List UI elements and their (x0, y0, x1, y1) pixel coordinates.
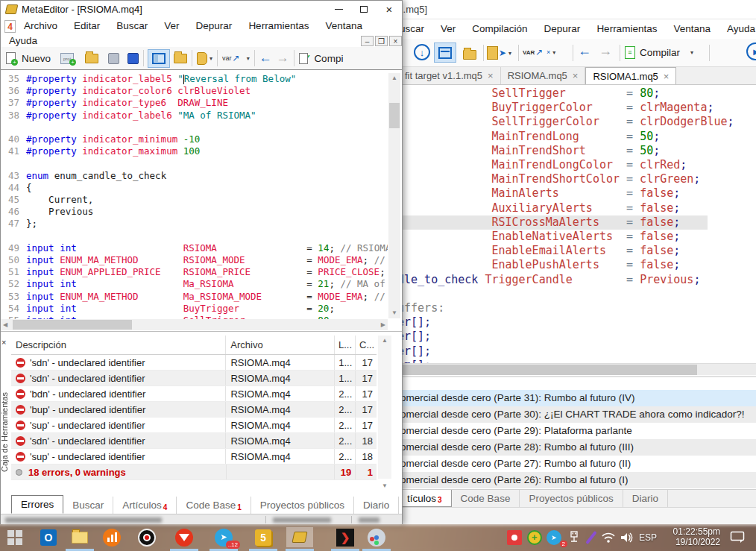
start-button[interactable] (4, 527, 25, 547)
taskbar-telegram[interactable]: ➤ ..12 (213, 527, 234, 547)
tab-proyectos-p-blicos[interactable]: Proyectos públicos (520, 490, 623, 507)
tray-red-app[interactable] (504, 527, 525, 547)
maximize-button[interactable] (351, 1, 377, 17)
forward-nav-button[interactable]: → (277, 49, 289, 67)
code-area[interactable]: 35#property indicator_label5 "Reversal f… (3, 73, 388, 319)
menu-item-ver[interactable]: Ver (156, 17, 187, 35)
scroll-up-icon[interactable]: ▲ (391, 75, 397, 81)
menu-item-ayuda[interactable]: Ayuda (719, 19, 756, 39)
tray-volume[interactable] (617, 527, 637, 547)
close-button[interactable]: × (377, 1, 402, 17)
article-row[interactable]: omercial desde cero (Parte 27): Rumbo al… (397, 456, 756, 472)
scroll-down-icon[interactable]: ▼ (382, 483, 388, 489)
column-archivo[interactable]: Archivo (226, 336, 335, 354)
metaeditor-window-front[interactable]: MetaEditor - [RSIOMA.mq4] × 4 ArchivoEdi… (0, 0, 403, 525)
tab-code-base[interactable]: Code Base (452, 490, 520, 507)
taskbar-metaeditor-active[interactable] (286, 527, 313, 547)
toggle-navigator-button[interactable] (434, 42, 456, 63)
mdi-restore-button[interactable]: ❐ (375, 36, 388, 46)
snippets-button[interactable]: ➤ ▾ (487, 44, 511, 62)
open-folder-button[interactable] (463, 45, 476, 63)
back-nav-button[interactable]: ← (578, 42, 591, 60)
error-row[interactable]: 'bdn' - undeclared identifierRSIOMA.mq42… (11, 386, 377, 402)
taskbar-app5[interactable]: 5 (253, 527, 274, 547)
file-tab-rsioma1-mq5[interactable]: RSIOMA1.mq5× (585, 67, 676, 84)
taskbar-stats-app[interactable] (101, 527, 122, 547)
debug-play-button[interactable]: ▶ (746, 42, 756, 60)
taskbar-brave[interactable] (174, 527, 195, 547)
front-title-bar[interactable]: MetaEditor - [RSIOMA.mq4] × (1, 1, 402, 17)
styler-button[interactable]: ▾ (197, 49, 212, 67)
toolbox-close-icon[interactable]: × (1, 338, 6, 347)
open-file-button[interactable] (85, 49, 98, 67)
taskbar-recorder[interactable] (136, 527, 157, 547)
tray-language[interactable]: ESP (635, 527, 661, 547)
error-row[interactable]: 'sdn' - undeclared identifierRSIOMA.mq42… (11, 433, 377, 449)
error-row[interactable]: 'sup' - undeclared identifierRSIOMA.mq42… (11, 418, 377, 433)
menu-item-buscar[interactable]: Buscar (108, 17, 156, 35)
scroll-up-icon[interactable]: ▲ (382, 338, 388, 344)
scroll-down-icon[interactable]: ▼ (391, 310, 397, 316)
file-tab-fit-target-v1-1-mq5[interactable]: fit target v1.1.mq5× (398, 67, 501, 84)
toggle-navigator-button[interactable] (148, 49, 170, 68)
tab-errores[interactable]: Errores (11, 495, 63, 514)
article-row[interactable]: omercial desde cero (Parte 29): Platafor… (397, 423, 756, 439)
errors-grid-header[interactable]: Descripción Archivo L... C... (11, 336, 377, 355)
menu-item-depurar[interactable]: Depurar (188, 17, 241, 35)
column-descripcion[interactable]: Descripción (11, 336, 226, 354)
goto-function-button[interactable]: ▾ (245, 49, 250, 67)
error-row[interactable]: 'sdn' - undeclared identifierRSIOMA.mq41… (11, 371, 377, 386)
menu-item-archivo[interactable]: Archivo (16, 17, 66, 35)
save-all-button[interactable] (127, 49, 139, 67)
error-row[interactable]: 'sup' - undeclared identifierRSIOMA.mq42… (11, 449, 377, 465)
back-code-editor[interactable]: SellTrigger = 80; BuyTriggerColor = clrM… (397, 86, 756, 363)
tab-diario[interactable]: Diario (354, 497, 399, 514)
menu-item-ventana[interactable]: Ventana (317, 17, 371, 35)
taskbar-paint[interactable] (366, 527, 387, 547)
menu-item-editar[interactable]: Editar (66, 17, 108, 35)
scroll-right-icon[interactable]: ▶ (381, 322, 385, 328)
new-project-button[interactable]: proj+ (60, 49, 74, 67)
error-summary-row[interactable]: 18 errors, 0 warnings 19 1 (11, 465, 377, 480)
tab-buscar[interactable]: Buscar (63, 497, 113, 514)
tab-proyectos-p-blicos[interactable]: Proyectos públicos (251, 497, 354, 514)
editor-vscrollbar[interactable]: ▲ ▼ (388, 73, 400, 318)
menu-item-ayuda[interactable]: Ayuda (1, 35, 45, 47)
file-tab-rsioma-mq5[interactable]: RSIOMA.mq5× (501, 67, 586, 84)
article-row[interactable]: omercial desde cero (Parte 30): ¿¡El CHA… (397, 406, 756, 423)
errors-vscrollbar[interactable]: ▲ ▼ (378, 336, 391, 479)
tab-art-culos[interactable]: Artículos4 (113, 497, 177, 514)
tab-code-base[interactable]: Code Base1 (177, 497, 251, 514)
tab-close-icon[interactable]: × (664, 71, 670, 82)
tray-wifi[interactable] (598, 527, 619, 547)
goto-function-button[interactable]: × ▾ (546, 43, 555, 61)
column-columna[interactable]: C... (356, 336, 377, 354)
menu-item-ventana[interactable]: Ventana (665, 19, 719, 39)
front-code-editor[interactable]: 35#property indicator_label5 "Reversal f… (1, 71, 402, 331)
project-folder-button[interactable] (174, 49, 187, 67)
goto-variable-button[interactable]: VAR↗ (523, 43, 543, 61)
article-row[interactable]: omercial desde cero (Parte 26): Rumbo al… (397, 472, 756, 488)
taskbar-metatrader[interactable]: ❯ (335, 527, 356, 547)
mdi-minimize-button[interactable]: – (361, 36, 374, 46)
editor-hscrollbar[interactable]: ◀ ▶ (1, 319, 388, 330)
tab-close-icon[interactable]: × (573, 70, 579, 81)
minimize-button[interactable] (326, 1, 351, 17)
hscroll-thumb[interactable] (397, 365, 697, 375)
tab-diario[interactable]: Diario (623, 490, 668, 507)
vscroll-thumb[interactable] (389, 103, 400, 128)
hscroll-thumb[interactable] (13, 320, 132, 330)
tray-antivirus[interactable]: + (524, 527, 545, 547)
taskbar-explorer[interactable] (69, 527, 90, 547)
back-nav-button[interactable]: ← (259, 49, 272, 67)
menu-item-ver[interactable]: Ver (432, 19, 464, 39)
menu-item-compilación[interactable]: Compilación (464, 19, 535, 39)
error-row[interactable]: 'sdn' - undeclared identifierRSIOMA.mq41… (11, 355, 377, 371)
tab-t-culos[interactable]: tículos3 (397, 490, 452, 507)
save-button[interactable] (108, 49, 119, 67)
article-row[interactable]: omercial desde cero (Parte 31): Rumbo al… (397, 390, 756, 406)
goto-variable-button[interactable]: var↗ (222, 49, 240, 67)
error-row[interactable]: 'bup' - undeclared identifierRSIOMA.mq42… (11, 402, 377, 418)
article-row[interactable]: omercial desde cero (Parte 28): Rumbo al… (397, 439, 756, 456)
back-editor-hscrollbar[interactable] (397, 363, 756, 375)
